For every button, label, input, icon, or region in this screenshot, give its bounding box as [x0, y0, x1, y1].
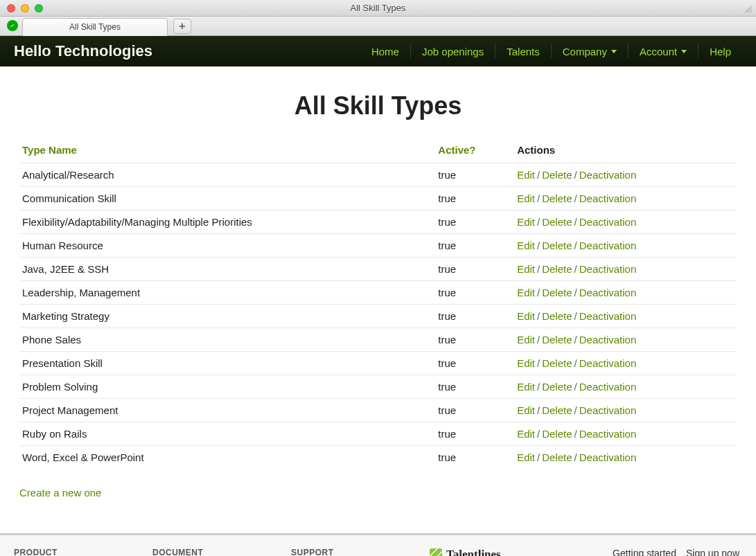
- window-resize-grip-icon[interactable]: [744, 4, 752, 12]
- cell-active: true: [435, 305, 514, 328]
- delete-link[interactable]: Delete: [542, 192, 572, 204]
- table-row: Leadership, ManagementtrueEdit/Delete/De…: [19, 281, 737, 305]
- new-tab-button[interactable]: +: [173, 19, 191, 34]
- deactivate-link[interactable]: Deactivation: [579, 428, 637, 440]
- deactivate-link[interactable]: Deactivation: [579, 404, 637, 416]
- nav-company-dropdown[interactable]: Company: [552, 43, 628, 60]
- edit-link[interactable]: Edit: [517, 428, 535, 440]
- edit-link[interactable]: Edit: [517, 192, 535, 204]
- browser-tab-active[interactable]: All Skill Types: [22, 18, 168, 36]
- footer-heading: DOCUMENT: [152, 548, 263, 556]
- edit-link[interactable]: Edit: [517, 334, 535, 346]
- table-row: Analytical/ResearchtrueEdit/Delete/Deact…: [19, 163, 737, 187]
- action-separator: /: [535, 404, 542, 416]
- cell-type-name: Phone Sales: [19, 328, 435, 352]
- delete-link[interactable]: Delete: [542, 404, 572, 416]
- delete-link[interactable]: Delete: [542, 216, 572, 228]
- action-separator: /: [535, 169, 542, 181]
- chevron-down-icon: [681, 50, 687, 53]
- deactivate-link[interactable]: Deactivation: [579, 357, 637, 369]
- cell-active: true: [435, 399, 514, 422]
- nav-help[interactable]: Help: [698, 43, 742, 60]
- cell-type-name: Communication Skill: [19, 187, 435, 210]
- delete-link[interactable]: Delete: [542, 451, 572, 463]
- deactivate-link[interactable]: Deactivation: [579, 287, 637, 298]
- footer-heading: SUPPORT: [291, 548, 402, 556]
- cell-type-name: Problem Solving: [19, 375, 435, 399]
- browser-tabstrip: All Skill Types +: [0, 17, 756, 36]
- nav-home[interactable]: Home: [360, 43, 410, 60]
- nav-job-openings[interactable]: Job openings: [411, 43, 495, 60]
- edit-link[interactable]: Edit: [517, 263, 535, 275]
- deactivate-link[interactable]: Deactivation: [579, 451, 637, 463]
- col-header-actions: Actions: [514, 140, 737, 163]
- delete-link[interactable]: Delete: [542, 310, 572, 322]
- action-separator: /: [572, 451, 579, 463]
- edit-link[interactable]: Edit: [517, 451, 535, 463]
- deactivate-link[interactable]: Deactivation: [579, 192, 637, 204]
- delete-link[interactable]: Delete: [542, 240, 572, 251]
- table-row: Communication SkilltrueEdit/Delete/Deact…: [19, 187, 737, 210]
- page-title: All Skill Types: [19, 91, 737, 120]
- nav-account-dropdown[interactable]: Account: [628, 43, 698, 60]
- action-separator: /: [572, 404, 579, 416]
- cell-actions: Edit/Delete/Deactivation: [514, 305, 737, 328]
- deactivate-link[interactable]: Deactivation: [579, 310, 637, 322]
- delete-link[interactable]: Delete: [542, 169, 572, 181]
- table-row: Project ManagementtrueEdit/Delete/Deacti…: [19, 399, 737, 422]
- action-separator: /: [572, 357, 579, 369]
- edit-link[interactable]: Edit: [517, 169, 535, 181]
- cell-active: true: [435, 352, 514, 375]
- table-row: Presentation SkilltrueEdit/Delete/Deacti…: [19, 352, 737, 375]
- deactivate-link[interactable]: Deactivation: [579, 334, 637, 346]
- deactivate-link[interactable]: Deactivation: [579, 263, 637, 275]
- cell-actions: Edit/Delete/Deactivation: [514, 258, 737, 281]
- brand-title[interactable]: Hello Technologies: [14, 42, 152, 60]
- delete-link[interactable]: Delete: [542, 381, 572, 393]
- cell-actions: Edit/Delete/Deactivation: [514, 234, 737, 258]
- action-separator: /: [572, 240, 579, 251]
- action-separator: /: [572, 169, 579, 181]
- page-footer: PRODUCT Features DOCUMENT Getting Starte…: [0, 533, 756, 556]
- action-separator: /: [572, 216, 579, 228]
- cell-actions: Edit/Delete/Deactivation: [514, 328, 737, 352]
- table-row: Human ResourcetrueEdit/Delete/Deactivati…: [19, 234, 737, 258]
- action-separator: /: [535, 428, 542, 440]
- page-content: All Skill Types Type Name Active? Action…: [0, 66, 756, 515]
- cell-active: true: [435, 258, 514, 281]
- edit-link[interactable]: Edit: [517, 357, 535, 369]
- footer-top-link-getting-started[interactable]: Getting started: [613, 548, 676, 556]
- cell-actions: Edit/Delete/Deactivation: [514, 422, 737, 446]
- action-separator: /: [535, 216, 542, 228]
- edit-link[interactable]: Edit: [517, 287, 535, 298]
- deactivate-link[interactable]: Deactivation: [579, 216, 637, 228]
- cell-actions: Edit/Delete/Deactivation: [514, 163, 737, 187]
- edit-link[interactable]: Edit: [517, 381, 535, 393]
- deactivate-link[interactable]: Deactivation: [579, 240, 637, 251]
- nav-talents[interactable]: Talents: [495, 43, 551, 60]
- col-header-type-name[interactable]: Type Name: [19, 140, 435, 163]
- delete-link[interactable]: Delete: [542, 357, 572, 369]
- tab-favicon-check-icon: [7, 20, 18, 31]
- cell-active: true: [435, 446, 514, 469]
- delete-link[interactable]: Delete: [542, 287, 572, 298]
- deactivate-link[interactable]: Deactivation: [579, 381, 637, 393]
- cell-type-name: Presentation Skill: [19, 352, 435, 375]
- edit-link[interactable]: Edit: [517, 240, 535, 251]
- deactivate-link[interactable]: Deactivation: [579, 169, 637, 181]
- footer-top-link-signup[interactable]: Sign up now: [686, 548, 739, 556]
- footer-col-product: PRODUCT Features: [14, 548, 125, 556]
- create-new-link[interactable]: Create a new one: [19, 487, 101, 499]
- delete-link[interactable]: Delete: [542, 428, 572, 440]
- edit-link[interactable]: Edit: [517, 404, 535, 416]
- top-navbar: Hello Technologies Home Job openings Tal…: [0, 36, 756, 66]
- action-separator: /: [535, 451, 542, 463]
- col-header-active[interactable]: Active?: [435, 140, 514, 163]
- delete-link[interactable]: Delete: [542, 334, 572, 346]
- cell-active: true: [435, 163, 514, 187]
- edit-link[interactable]: Edit: [517, 310, 535, 322]
- edit-link[interactable]: Edit: [517, 216, 535, 228]
- cell-type-name: Flexibility/Adaptability/Managing Multip…: [19, 210, 435, 234]
- cell-type-name: Word, Excel & PowerPoint: [19, 446, 435, 469]
- delete-link[interactable]: Delete: [542, 263, 572, 275]
